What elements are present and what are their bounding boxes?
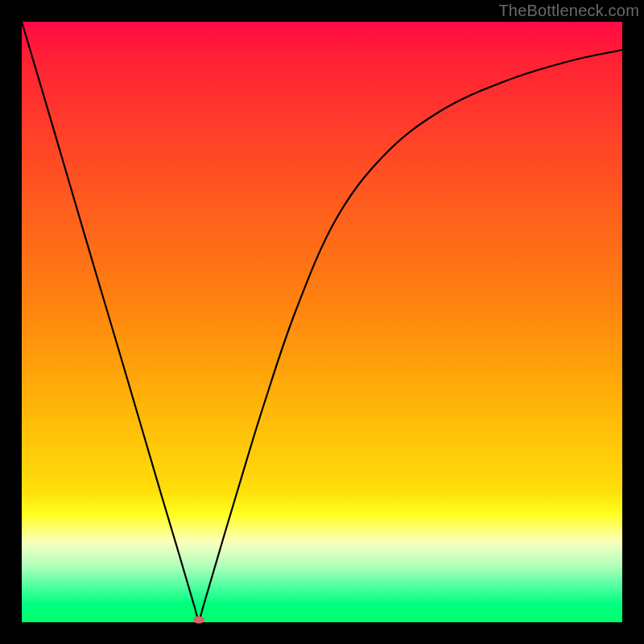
- watermark-label: TheBottleneck.com: [498, 2, 639, 20]
- plot-background: [22, 22, 622, 622]
- chart-container: TheBottleneck.com: [0, 0, 644, 644]
